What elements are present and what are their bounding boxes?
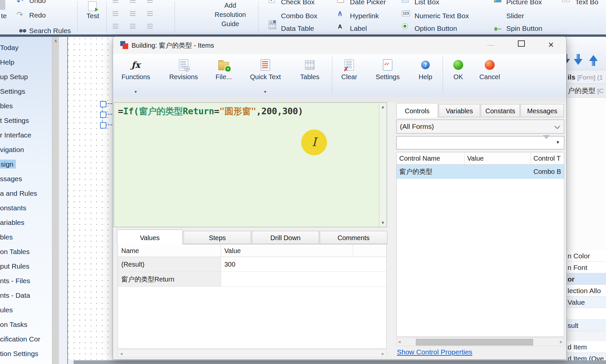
selection-handle[interactable]	[100, 122, 106, 129]
tab-constants[interactable]: Constants	[481, 104, 520, 117]
move-down-dark-icon[interactable]	[567, 54, 570, 66]
functions-button[interactable]: ƒx Functions	[118, 58, 154, 88]
grid-row-control-name[interactable]: 窗户的类型	[397, 165, 465, 179]
gallery-item-numeric-text-box[interactable]: Numeric Text Box	[414, 12, 469, 20]
scroll-up-icon[interactable]: ∧	[52, 37, 59, 43]
form-header-row[interactable]: ils [Form] (1	[567, 71, 606, 84]
sidebar-item-calculation-tables[interactable]: on Tables	[0, 247, 52, 257]
close-button[interactable]: ✕	[544, 39, 558, 51]
sidebar-item-output-rules[interactable]: put Rules	[0, 261, 52, 271]
selection-handle[interactable]	[100, 112, 106, 118]
grid-header-control-name[interactable]: Control Name	[397, 152, 465, 165]
help-button[interactable]: ? Help	[412, 58, 439, 88]
move-down-icon[interactable]	[574, 54, 582, 66]
sidebar-item-constants[interactable]: onstants	[0, 203, 52, 213]
property-row-selected-item[interactable]: d Item	[567, 341, 606, 353]
align-middle-icon[interactable]	[113, 11, 118, 16]
test-button[interactable]: Test	[82, 12, 103, 20]
sidebar-item-documents-data[interactable]: nts - Data	[0, 290, 52, 300]
property-row-value[interactable]: Value	[567, 296, 606, 308]
property-row-selection-allowed[interactable]: lection Allo	[567, 285, 606, 296]
gallery-item-spin-button[interactable]: Spin Button	[506, 25, 542, 32]
maximize-button[interactable]	[514, 37, 528, 49]
tab-variables[interactable]: Variables	[439, 104, 480, 117]
forms-filter-dropdown[interactable]: (All Forms)	[396, 120, 564, 133]
sidebar-item-specification-tasks[interactable]: on Tasks	[0, 320, 52, 330]
revisions-button[interactable]: ◷ Revisions	[164, 58, 203, 88]
add-resolution-guide-button[interactable]: Add Resolution Guide	[209, 1, 252, 32]
scroll-right-icon[interactable]: ▸	[382, 350, 384, 357]
sidebar-item-help[interactable]: Help	[0, 57, 52, 67]
ok-button[interactable]: OK	[445, 58, 471, 88]
redo-button[interactable]: Redo	[29, 11, 46, 19]
tab-comments[interactable]: Comments	[320, 231, 387, 244]
scroll-left-icon[interactable]: ◂	[120, 350, 123, 357]
sidebar-item-project-settings[interactable]: t Settings	[0, 116, 52, 126]
sidebar-scrollbar[interactable]: ∧	[52, 37, 59, 364]
tab-values[interactable]: Values	[117, 230, 183, 244]
gallery-item-combo-box[interactable]: Combo Box	[281, 12, 317, 20]
file-button[interactable]: + File...	[207, 58, 240, 88]
grid-row-control-type[interactable]: Combo B	[531, 165, 564, 179]
sidebar-item-group-setup[interactable]: up Setup	[0, 72, 52, 82]
property-row-font[interactable]: n Font	[567, 262, 606, 273]
grid-header-control-type[interactable]: Control T	[531, 152, 564, 165]
sidebar-item-messages[interactable]: ssages	[0, 174, 52, 184]
editor-scrollbar[interactable]: ▲ ▼	[379, 103, 386, 227]
move-up-icon[interactable]	[589, 54, 598, 66]
property-row-result[interactable]: sult	[567, 320, 606, 331]
paste-button[interactable]: te	[1, 12, 7, 20]
gallery-item-hyperlink[interactable]: Hyperlink	[350, 12, 379, 20]
sidebar-item-navigation[interactable]: vigation	[0, 145, 52, 155]
values-row-return-name[interactable]: 窗户的类型Return	[118, 272, 221, 287]
scroll-up-icon[interactable]: ▲	[379, 104, 386, 109]
cancel-button[interactable]: Cancel	[473, 58, 506, 88]
scroll-down-icon[interactable]: ▼	[379, 220, 386, 225]
tab-drill-down[interactable]: Drill Down	[252, 231, 319, 244]
sidebar-item-specification-settings[interactable]: tion Settings	[0, 349, 52, 359]
align-center-icon[interactable]	[130, 0, 136, 3]
values-row-result-name[interactable]: (Result)	[118, 257, 221, 272]
center-vertical-icon[interactable]	[147, 24, 153, 28]
grid-row-value[interactable]	[465, 165, 531, 179]
sidebar-item-variables[interactable]: ariables	[0, 218, 52, 228]
values-header-value[interactable]: Value	[221, 244, 353, 257]
scroll-left-icon[interactable]: ◂	[398, 338, 401, 345]
gallery-item-picture-box[interactable]: Picture Box	[506, 0, 542, 6]
property-row-blank[interactable]	[567, 308, 606, 320]
functions-dropdown-icon[interactable]: ▼	[134, 90, 138, 94]
size-to-largest-icon[interactable]	[147, 11, 153, 16]
center-horizontal-icon[interactable]	[130, 11, 136, 16]
sidebar-item-rules[interactable]: ules	[0, 305, 52, 315]
values-header-name[interactable]: Name	[118, 244, 221, 257]
values-row-return-value[interactable]	[221, 272, 386, 287]
gallery-item-list-box[interactable]: List Box	[414, 0, 439, 6]
quick-text-dropdown-icon[interactable]: ▼	[263, 90, 267, 94]
tab-messages[interactable]: Messages	[521, 104, 564, 117]
gallery-item-text-box[interactable]: Text Bo	[575, 0, 598, 6]
show-control-properties-link[interactable]: Show Control Properties	[397, 348, 472, 356]
sidebar-item-today[interactable]: Today	[0, 43, 52, 53]
scroll-right-icon[interactable]: ▸	[560, 338, 563, 345]
gallery-item-label[interactable]: Label	[350, 25, 367, 32]
sidebar-item-settings[interactable]: Settings	[0, 86, 52, 96]
property-row-or[interactable]: or	[567, 273, 606, 285]
rule-formula-editor[interactable]: =If(窗户的类型Return="圆形窗",200,300) I ▲ ▼	[114, 102, 387, 227]
sidebar-item-data-and-rules[interactable]: a and Rules	[0, 188, 52, 198]
sidebar-item-documents-files[interactable]: nts - Files	[0, 276, 52, 286]
sidebar-item-specification-control[interactable]: cification Cor	[0, 334, 52, 344]
distribute-icon[interactable]	[130, 24, 136, 28]
filter-dropdown-icon[interactable]: ▼	[556, 140, 560, 145]
undo-button[interactable]: Undo	[29, 0, 46, 5]
gallery-item-check-box[interactable]: Check Box	[281, 0, 315, 6]
quick-text-button[interactable]: Quick Text	[244, 58, 287, 88]
property-row-color[interactable]: n Color	[567, 250, 606, 262]
align-right-icon[interactable]	[147, 0, 153, 3]
gallery-item-data-table[interactable]: Data Table	[281, 25, 314, 32]
clear-button[interactable]: ✗ Clear	[334, 58, 364, 88]
grid-header-value[interactable]: Value	[465, 152, 531, 165]
sidebar-item-design-selected[interactable]: sign	[0, 159, 52, 169]
controls-grid-hscrollbar[interactable]: ◂ ▸	[396, 338, 564, 346]
control-header-row[interactable]: 户的类型 [C	[567, 84, 606, 98]
align-bottom-icon[interactable]	[113, 24, 118, 28]
